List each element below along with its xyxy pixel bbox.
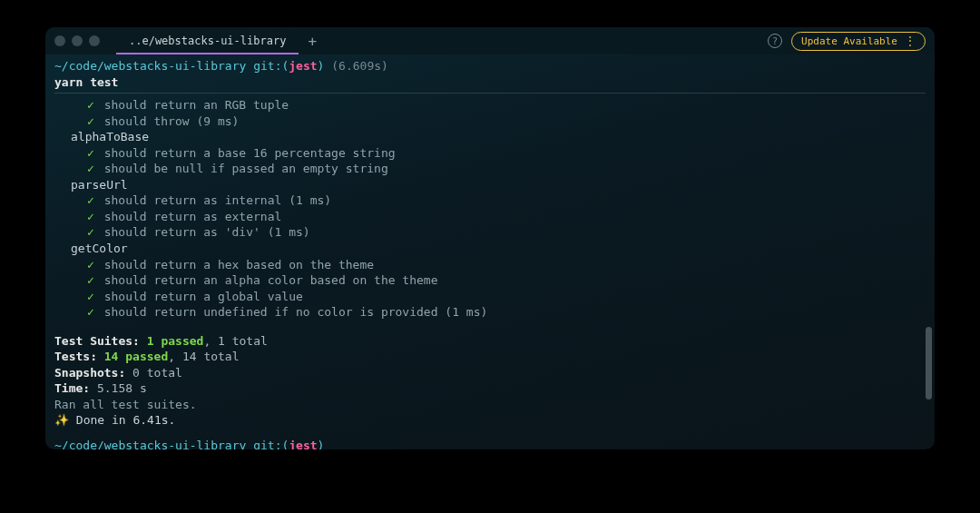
git-branch: jest [289,59,317,73]
test-result-line: ✓ should throw (9 ms) [54,113,926,130]
tests-line: Tests: 14 passed, 14 total [54,349,926,365]
check-icon: ✓ [87,98,94,112]
test-description: should return an alpha color based on th… [97,273,438,287]
check-icon: ✓ [87,146,94,160]
test-group-name: parseUrl [54,177,926,193]
test-description: should return as external [97,210,282,223]
cwd-path: ~/code/webstacks-ui-library [54,439,246,449]
check-icon: ✓ [87,273,94,287]
maximize-window-button[interactable] [89,35,100,46]
update-menu-icon: ⋮ [905,35,916,46]
help-icon[interactable]: ? [768,34,782,48]
command-line: yarn test [54,74,926,91]
git-label: git:( [246,59,289,73]
test-description: should return an RGB tuple [97,98,289,112]
git-branch: jest [289,439,317,449]
snapshots-line: Snapshots: 0 total [54,365,926,381]
prompt-timing: (6.609s) [324,59,387,73]
scrollbar-thumb[interactable] [926,327,932,400]
test-result-line: ✓ should return a global value [54,289,926,305]
new-tab-button[interactable]: + [299,33,326,50]
summary-block: Test Suites: 1 passed, 1 total Tests: 14… [54,333,926,429]
test-description: should return a hex based on the theme [97,258,374,271]
time-line: Time: 5.158 s [54,380,926,397]
tab-title: ..e/webstacks-ui-library [129,35,286,47]
test-description: should throw (9 ms) [97,114,240,128]
tab-active[interactable]: ..e/webstacks-ui-library [116,27,299,54]
test-result-line: ✓ should return as external [54,209,926,225]
test-description: should return undefined if no color is p… [97,305,487,319]
titlebar: ..e/webstacks-ui-library + ? Update Avai… [45,27,935,54]
test-description: should return as 'div' (1 ms) [97,225,310,239]
cwd-path: ~/code/webstacks-ui-library [54,59,246,73]
done-line: ✨ Done in 6.41s. [54,412,926,429]
check-icon: ✓ [87,305,94,319]
minimize-window-button[interactable] [72,35,83,46]
titlebar-right: ? Update Available ⋮ [768,32,926,51]
terminal-window: ..e/webstacks-ui-library + ? Update Avai… [45,27,935,449]
test-result-line: ✓ should return a hex based on the theme [54,257,926,273]
suites-line: Test Suites: 1 passed, 1 total [54,333,926,350]
sparkle-icon: ✨ [54,413,76,427]
check-icon: ✓ [87,210,94,223]
prompt-line-2: ~/code/webstacks-ui-library git:(jest) [54,438,926,449]
check-icon: ✓ [87,114,94,128]
test-result-line: ✓ should return undefined if no color is… [54,304,926,321]
check-icon: ✓ [87,225,94,239]
test-description: should return a base 16 percentage strin… [97,146,396,160]
terminal-body[interactable]: ~/code/webstacks-ui-library git:(jest) (… [45,54,935,449]
update-label: Update Available [801,35,897,47]
test-result-line: ✓ should be null if passed an empty stri… [54,161,926,177]
test-output: ✓ should return an RGB tuple✓ should thr… [54,97,926,321]
check-icon: ✓ [87,193,94,207]
test-group-name: getColor [54,241,926,257]
test-result-line: ✓ should return as internal (1 ms) [54,192,926,209]
test-result-line: ✓ should return as 'div' (1 ms) [54,224,926,241]
divider [54,93,926,94]
prompt-line-1: ~/code/webstacks-ui-library git:(jest) (… [54,58,926,74]
update-available-button[interactable]: Update Available ⋮ [791,32,926,51]
test-result-line: ✓ should return a base 16 percentage str… [54,145,926,162]
test-description: should return a global value [97,290,303,303]
test-group-name: alphaToBase [54,129,926,145]
test-description: should return as internal (1 ms) [97,193,331,207]
test-result-line: ✓ should return an RGB tuple [54,97,926,113]
test-description: should be null if passed an empty string [97,162,388,175]
close-window-button[interactable] [54,35,65,46]
check-icon: ✓ [87,162,94,175]
ran-line: Ran all test suites. [54,397,926,413]
test-result-line: ✓ should return an alpha color based on … [54,272,926,289]
check-icon: ✓ [87,258,94,271]
check-icon: ✓ [87,290,94,303]
traffic-lights [54,35,100,46]
tab-bar: ..e/webstacks-ui-library + [116,27,326,54]
